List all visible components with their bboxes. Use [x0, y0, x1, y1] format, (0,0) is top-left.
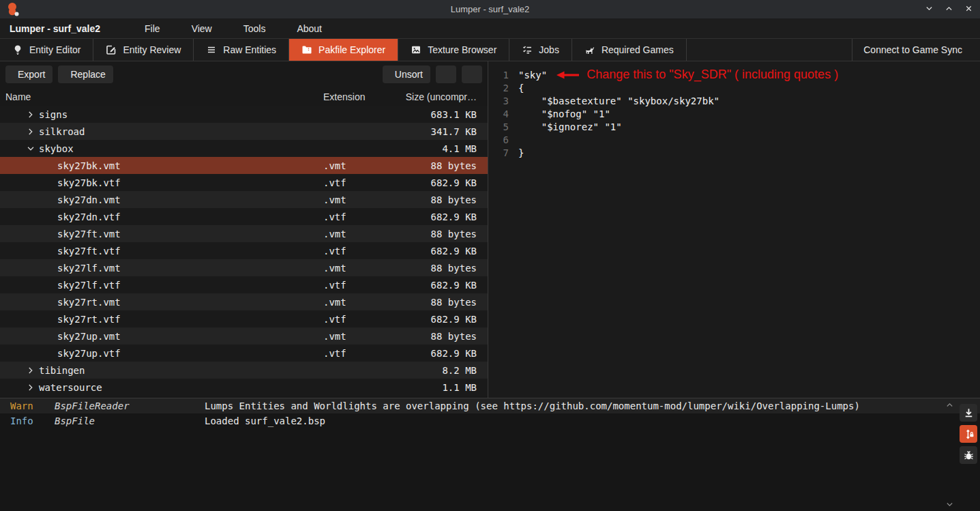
row-name-cell: sky27up.vtf — [0, 348, 323, 359]
window-minimize-button[interactable] — [925, 3, 934, 16]
log-message: Loaded surf_vale2.bsp — [205, 415, 980, 426]
row-size: 682.9 KB — [378, 177, 477, 188]
tab-entity-review[interactable]: Entity Review — [93, 39, 194, 61]
code-text: } — [518, 147, 524, 158]
table-row[interactable]: sky27bk.vmt.vmt88 bytes — [0, 157, 488, 174]
row-extension: .vmt — [323, 160, 378, 171]
game-sync-label: Connect to Game Sync — [863, 44, 962, 55]
log-entry: InfoBspFileLoaded surf_vale2.bsp — [0, 413, 980, 428]
replace-button[interactable]: Replace — [58, 65, 113, 83]
row-size: 88 bytes — [378, 297, 477, 308]
tab-raw-entities[interactable]: Raw Entities — [194, 39, 289, 61]
row-name: tibingen — [39, 365, 85, 376]
row-name: sky27bk.vmt — [57, 160, 121, 171]
code-line[interactable]: 6 — [488, 133, 980, 146]
row-name: sky27up.vmt — [57, 331, 121, 342]
code-text: { — [518, 83, 524, 93]
line-number: 3 — [488, 96, 509, 106]
table-row[interactable]: sky27dn.vmt.vmt88 bytes — [0, 191, 488, 208]
image-icon — [411, 44, 421, 55]
tabbar: Entity EditorEntity ReviewRaw EntitiesPa… — [0, 39, 980, 61]
main-area: Export Replace Unsort Name — [0, 61, 980, 398]
code-line[interactable]: 1"sky"Change this to "Sky_SDR" ( includi… — [488, 68, 980, 81]
dog-icon — [584, 44, 595, 55]
row-size: 682.9 KB — [378, 280, 477, 291]
column-header-name[interactable]: Name — [0, 91, 323, 102]
table-row[interactable]: skybox4.1 MB — [0, 140, 488, 157]
lumper-logo-icon — [6, 1, 21, 18]
row-name-cell: tibingen — [0, 365, 323, 376]
edit-square-icon — [106, 44, 117, 55]
tab-texture-browser[interactable]: Texture Browser — [398, 39, 509, 61]
row-size: 682.9 KB — [378, 348, 477, 359]
scroll-lock-icon — [963, 428, 975, 440]
row-size: 1.1 MB — [378, 382, 477, 393]
replace-label: Replace — [70, 69, 105, 80]
code-line[interactable]: 7} — [488, 146, 980, 159]
tab-label: Entity Review — [123, 44, 181, 55]
unsort-button[interactable]: Unsort — [383, 65, 430, 83]
table-row[interactable]: silkroad341.7 KB — [0, 123, 488, 140]
row-extension: .vtf — [323, 348, 378, 359]
row-extension: .vtf — [323, 177, 378, 188]
row-name-cell: sky27ft.vmt — [0, 229, 323, 239]
column-header-size[interactable]: Size (uncompr… — [378, 91, 477, 102]
menu-item-view[interactable]: View — [176, 23, 228, 34]
code-line[interactable]: 4 "$nofog" "1" — [488, 107, 980, 120]
row-name-cell: skybox — [0, 143, 323, 154]
row-extension: .vmt — [323, 194, 378, 205]
column-header-extension[interactable]: Extension — [323, 91, 378, 102]
tab-required-games[interactable]: Required Games — [572, 39, 687, 61]
table-row[interactable]: sky27up.vtf.vtf682.9 KB — [0, 345, 488, 362]
table-row[interactable]: watersource1.1 MB — [0, 379, 488, 396]
export-logs-button[interactable] — [960, 404, 977, 422]
vmt-text-editor[interactable]: 1"sky"Change this to "Sky_SDR" ( includi… — [488, 61, 980, 159]
annotation: Change this to "Sky_SDR" ( including quo… — [555, 68, 838, 82]
table-row[interactable]: sky27lf.vmt.vmt88 bytes — [0, 259, 488, 276]
connect-game-sync-button[interactable]: Connect to Game Sync — [852, 39, 980, 61]
menu-item-file[interactable]: File — [129, 23, 176, 34]
log-scroll-up-arrow[interactable] — [945, 400, 954, 409]
file-preview-panel: 1"sky"Change this to "Sky_SDR" ( includi… — [488, 61, 980, 398]
tab-jobs[interactable]: Jobs — [509, 39, 572, 61]
debug-logs-button[interactable] — [960, 446, 977, 464]
table-row[interactable]: sky27up.vmt.vmt88 bytes — [0, 327, 488, 345]
window-close-button[interactable] — [964, 3, 973, 16]
table-row[interactable]: signs683.1 KB — [0, 106, 488, 123]
code-text: "$ignorez" "1" — [518, 121, 622, 132]
table-row[interactable]: sky27lf.vtf.vtf682.9 KB — [0, 276, 488, 293]
log-scroll-down-arrow[interactable] — [945, 500, 954, 509]
collapse-all-button[interactable] — [462, 65, 482, 83]
folder-zip-icon — [301, 44, 312, 55]
table-row[interactable]: sky27rt.vtf.vtf682.9 KB — [0, 310, 488, 327]
menu-item-about[interactable]: About — [281, 23, 338, 34]
table-row[interactable]: tibingen8.2 MB — [0, 362, 488, 379]
tab-label: Entity Editor — [29, 44, 80, 55]
table-row[interactable]: sky27rt.vmt.vmt88 bytes — [0, 293, 488, 310]
tab-entity-editor[interactable]: Entity Editor — [0, 39, 93, 61]
list-icon — [206, 44, 217, 55]
row-size: 88 bytes — [378, 263, 477, 274]
code-line[interactable]: 5 "$ignorez" "1" — [488, 120, 980, 133]
scroll-lock-button[interactable] — [960, 425, 977, 443]
code-line[interactable]: 2{ — [488, 81, 980, 94]
table-row[interactable]: sky27ft.vtf.vtf682.9 KB — [0, 242, 488, 259]
expand-all-button[interactable] — [436, 65, 456, 83]
download-icon — [963, 407, 975, 419]
code-line[interactable]: 3 "$basetexture" "skybox/sky27bk" — [488, 94, 980, 107]
table-row[interactable]: sky27bk.vtf.vtf682.9 KB — [0, 174, 488, 191]
tab-pakfile-explorer[interactable]: Pakfile Explorer — [289, 39, 398, 61]
table-row[interactable]: sky27ft.vmt.vmt88 bytes — [0, 225, 488, 242]
row-name-cell: watersource — [0, 382, 323, 393]
menu-item-tools[interactable]: Tools — [228, 23, 282, 34]
line-number: 2 — [488, 83, 509, 93]
window-maximize-button[interactable] — [945, 3, 953, 16]
table-row[interactable]: sky27dn.vtf.vtf682.9 KB — [0, 208, 488, 225]
row-extension: .vtf — [323, 314, 378, 325]
row-name-cell: sky27lf.vmt — [0, 263, 323, 274]
row-name-cell: sky27lf.vtf — [0, 280, 323, 291]
log-source: BspFile — [55, 415, 205, 426]
row-name: sky27lf.vtf — [57, 280, 121, 291]
export-button[interactable]: Export — [5, 65, 53, 83]
row-name: sky27ft.vmt — [57, 229, 121, 239]
